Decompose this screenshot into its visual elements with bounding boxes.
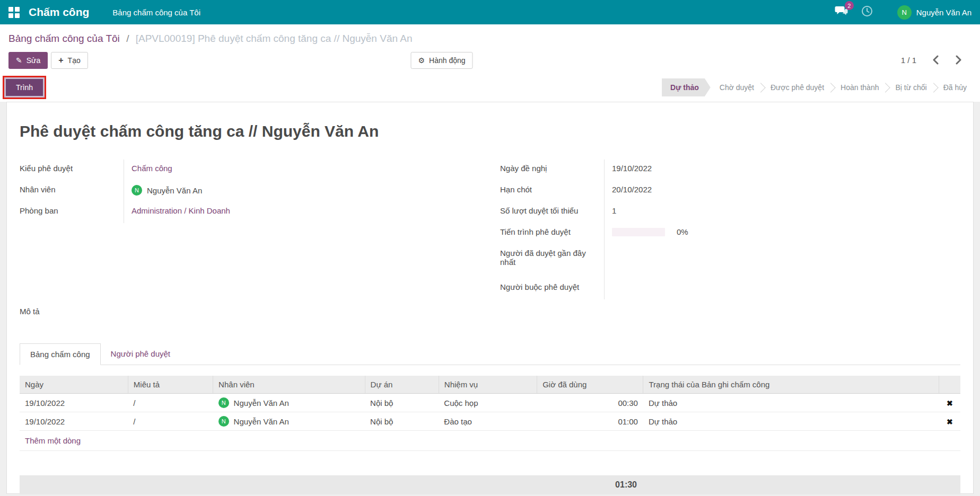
plus-icon: + (58, 56, 63, 65)
pager-next-icon[interactable] (955, 55, 962, 65)
breadcrumb-separator: / (126, 33, 129, 44)
request-date-value: 19/10/2022 (604, 160, 960, 181)
stage-bi-tu-choi[interactable]: Bị từ chối (889, 78, 932, 96)
messages-button[interactable]: 2 (835, 5, 848, 19)
form-left-column: Kiểu phê duyệt Chấm công Nhân viên N Ngu… (20, 160, 478, 299)
cell-date: 19/10/2022 (20, 394, 128, 412)
stage-cho-duyet[interactable]: Chờ duyệt (714, 78, 760, 96)
control-panel: ✎ Sửa + Tạo ⚙ Hành động 1 / 1 (0, 47, 980, 75)
department-link[interactable]: Administration / Kinh Doanh (132, 206, 230, 215)
field-department: Phòng ban Administration / Kinh Doanh (20, 202, 478, 223)
col-header-date[interactable]: Ngày (20, 376, 128, 394)
activities-button[interactable] (861, 5, 873, 19)
clock-icon (861, 5, 873, 19)
col-header-project[interactable]: Dự án (365, 376, 439, 394)
field-approval-type: Kiểu phê duyệt Chấm công (20, 160, 478, 181)
field-label: Kiểu phê duyệt (20, 160, 124, 181)
edit-button[interactable]: ✎ Sửa (8, 52, 48, 69)
action-button[interactable]: ⚙ Hành động (410, 52, 472, 69)
field-forced-approver: Người buộc phê duyệt (500, 278, 960, 299)
tab-approvers[interactable]: Người phê duyệt (101, 343, 180, 365)
cell-status: Dự thảo (643, 394, 939, 412)
form-fields: Kiểu phê duyệt Chấm công Nhân viên N Ngu… (20, 160, 960, 299)
field-deadline: Hạn chót 20/10/2022 (500, 181, 960, 202)
stage-du-thao[interactable]: Dự thảo (662, 78, 711, 96)
table-footer: 01:30 (20, 475, 960, 494)
cell-project: Nội bộ (365, 412, 439, 431)
app-name[interactable]: Chấm công (29, 6, 89, 19)
table-row[interactable]: 19/10/2022 / N Nguyễn Văn An Nội bộ Cuộc… (20, 394, 960, 412)
employee-avatar: N (132, 185, 142, 196)
form-sheet: Phê duyệt chấm công tăng ca // Nguyễn Vă… (6, 102, 974, 494)
last-approver-value (604, 244, 960, 278)
stage-duoc-phe-duyet[interactable]: Được phê duyệt (765, 78, 830, 96)
field-approval-progress: Tiến trình phê duyệt 0% (500, 223, 960, 244)
field-label: Số lượt duyệt tối thiểu (500, 202, 604, 223)
timesheet-table: Ngày Miêu tả Nhân viên Dự án Nhiệm vụ Gi… (20, 376, 960, 451)
user-avatar: N (897, 5, 912, 20)
field-label: Người đã duyệt gần đây nhất (500, 244, 604, 278)
deadline-value: 20/10/2022 (604, 181, 960, 202)
messages-count-badge: 2 (845, 1, 854, 10)
top-navbar: Chấm công Bảng chấm công của Tôi 2 N Ngu… (0, 0, 980, 24)
cell-hours: 01:00 (537, 412, 643, 431)
statusbar-stages: Dự thảo Chờ duyệt Được phê duyệt Hoàn th… (662, 78, 973, 96)
breadcrumb: Bảng chấm công của Tôi / [APVL00019] Phê… (0, 24, 980, 47)
cell-task: Đào tạo (439, 412, 537, 431)
col-header-hours[interactable]: Giờ đã dùng (537, 376, 643, 394)
field-label: Nhân viên (20, 181, 124, 202)
field-min-approvals: Số lượt duyệt tối thiểu 1 (500, 202, 960, 223)
progress-bar (612, 228, 665, 236)
table-header-row: Ngày Miêu tả Nhân viên Dự án Nhiệm vụ Gi… (20, 376, 960, 394)
field-last-approver: Người đã duyệt gần đây nhất (500, 244, 960, 278)
stage-hoan-thanh[interactable]: Hoàn thành (835, 78, 885, 96)
field-employee: Nhân viên N Nguyễn Văn An (20, 181, 478, 202)
menu-item-my-timesheet[interactable]: Bảng chấm công của Tôi (112, 8, 200, 17)
create-button[interactable]: + Tạo (51, 52, 88, 69)
employee-name: Nguyễn Văn An (147, 186, 202, 195)
pager: 1 / 1 (901, 55, 962, 65)
field-label: Tiến trình phê duyệt (500, 223, 604, 244)
cell-description: / (128, 412, 213, 431)
field-label: Hạn chót (500, 181, 604, 202)
row-avatar: N (218, 416, 229, 427)
breadcrumb-parent[interactable]: Bảng chấm công của Tôi (8, 33, 120, 44)
statusbar: Trình Dự thảo Chờ duyệt Được phê duyệt H… (0, 75, 980, 102)
delete-row-icon[interactable]: ✖ (947, 399, 953, 408)
cell-employee: N Nguyễn Văn An (213, 412, 365, 431)
submit-button[interactable]: Trình (6, 79, 43, 96)
col-header-status[interactable]: Trạng thái của Bản ghi chấm công (643, 376, 939, 394)
col-header-employee[interactable]: Nhân viên (213, 376, 365, 394)
col-header-description[interactable]: Miêu tả (128, 376, 213, 394)
record-title: Phê duyệt chấm công tăng ca // Nguyễn Vă… (20, 122, 960, 140)
pager-previous-icon[interactable] (932, 55, 939, 65)
col-header-actions (939, 376, 960, 394)
progress-percent: 0% (677, 227, 688, 236)
table-row[interactable]: 19/10/2022 / N Nguyễn Văn An Nội bộ Đào … (20, 412, 960, 431)
row-avatar: N (218, 397, 229, 408)
stage-da-huy[interactable]: Đã hủy (938, 78, 973, 96)
description-label: Mô tả (20, 307, 960, 316)
field-label: Ngày đề nghị (500, 160, 604, 181)
field-request-date: Ngày đề nghị 19/10/2022 (500, 160, 960, 181)
cell-hours: 00:30 (537, 394, 643, 412)
cell-task: Cuộc họp (439, 394, 537, 412)
field-label: Người buộc phê duyệt (500, 278, 604, 299)
delete-row-icon[interactable]: ✖ (947, 418, 953, 426)
annotation-highlight-box: Trình (3, 76, 46, 99)
topbar-right: 2 N Nguyễn Văn An (835, 5, 972, 20)
approval-type-link[interactable]: Chấm công (132, 164, 172, 173)
col-header-task[interactable]: Nhiệm vụ (439, 376, 537, 394)
user-menu[interactable]: N Nguyễn Văn An (897, 5, 972, 20)
min-approvals-value: 1 (604, 202, 960, 223)
add-line-link[interactable]: Thêm một dòng (20, 431, 960, 451)
form-right-column: Ngày đề nghị 19/10/2022 Hạn chót 20/10/2… (500, 160, 960, 299)
pencil-icon: ✎ (16, 57, 22, 64)
page-background: Phê duyệt chấm công tăng ca // Nguyễn Vă… (0, 102, 980, 494)
tab-timesheet[interactable]: Bảng chấm công (20, 343, 101, 365)
apps-menu-icon[interactable] (8, 7, 20, 18)
forced-approver-value (604, 278, 960, 299)
notebook-tabs: Bảng chấm công Người phê duyệt (20, 343, 960, 365)
total-hours: 01:30 (536, 475, 642, 494)
pager-counter: 1 / 1 (901, 56, 916, 65)
